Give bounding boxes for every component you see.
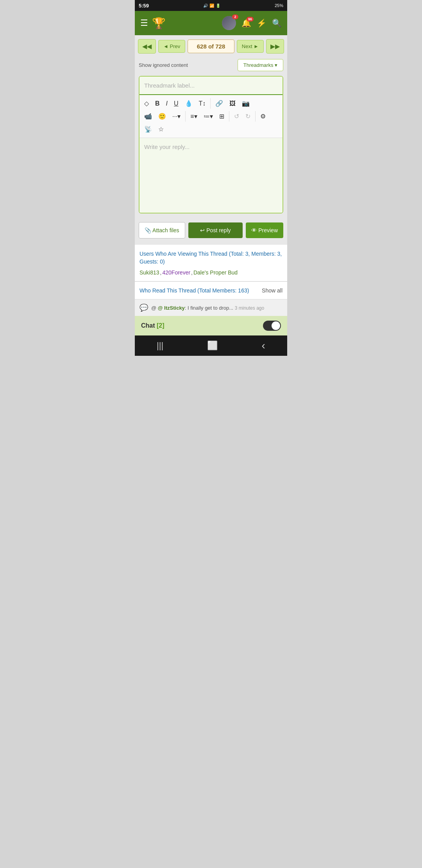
chat-notification: 💬 @ @ ItzSticky: I finally get to drop..… [135,299,287,316]
reply-area[interactable] [139,138,283,213]
font-size-button[interactable]: T↕ [196,98,209,109]
viewers-names: Suki813 , 420Forever , Dale's Proper Bud [139,269,283,276]
viewers-title: Users Who Are Viewing This Thread (Total… [139,250,283,265]
underline-button[interactable]: U [171,98,182,109]
viewer-name-2[interactable]: 420Forever [162,269,190,276]
status-bar: 5:59 🔊 📶 🔋 25% [135,0,287,11]
toolbar-row-1: ◇ B I U 💧 T↕ 🔗 🖼 📷 [141,97,281,109]
chat-toggle-button[interactable] [263,321,281,331]
action-row: 📎 Attach files ↩ Post reply 👁 Preview [135,218,287,245]
who-read-title: Who Read This Thread (Total Members: 163… [139,287,249,294]
viewer-name-3[interactable]: Dale's Proper Bud [193,269,238,276]
notifications-badge: 96 [247,17,254,22]
list-button[interactable]: ≔▾ [200,110,216,122]
next-page-button[interactable]: Next ► [237,40,264,53]
chat-label: Chat [2] [141,322,165,329]
pagination-bar: ◀◀ ◄ Prev 628 of 728 Next ► ▶▶ [135,35,287,57]
chat-time: 3 minutes ago [235,305,264,311]
toolbar-sep-1 [210,98,211,109]
editor-wrap: Threadmark label... ◇ B I U 💧 T↕ 🔗 🖼 📷 📹… [135,76,287,218]
bold-button[interactable]: B [152,98,163,109]
attach-files-button[interactable]: 📎 Attach files [139,222,185,239]
viewers-section: Users Who Are Viewing This Thread (Total… [135,245,287,281]
more-button[interactable]: ···▾ [169,110,184,122]
video-button[interactable]: 📹 [141,110,155,122]
toolbar-sep-2 [185,111,186,122]
lightning-icon[interactable]: ⚡ [257,18,266,28]
chat-at-symbol: @ [151,305,158,311]
image-button[interactable]: 🖼 [226,98,239,109]
toolbar-row-2: 📹 🙂 ···▾ ≡▾ ≔▾ ⊞ ↺ ↻ ⚙ [141,110,281,122]
undo-button[interactable]: ↺ [231,110,242,122]
status-time: 5:59 [139,3,149,9]
redo-button[interactable]: ↻ [242,110,254,122]
toolbar-sep-3 [229,111,229,122]
nav-right: 2 🔔 96 ⚡ 🔍 [222,16,282,30]
show-ignored-text: Show ignored content [139,62,188,68]
hamburger-icon[interactable]: ☰ [140,18,148,28]
settings-button[interactable]: ⚙ [257,110,269,122]
first-page-button[interactable]: ◀◀ [138,39,156,54]
prev-page-button[interactable]: ◄ Prev [158,40,185,53]
toolbar-sep-4 [255,111,256,122]
messages-badge: 2 [232,14,238,19]
current-page-indicator: 628 of 728 [188,39,234,53]
notifications-wrap[interactable]: 🔔 96 [241,18,251,28]
bottom-back-button[interactable]: ‹ [262,339,265,352]
bottom-home-button[interactable]: ⬜ [207,341,218,351]
reply-textarea[interactable] [144,143,278,206]
camera-button[interactable]: 📷 [239,97,253,109]
chat-username[interactable]: @ ItzSticky [158,305,185,311]
bottom-nav: ||| ⬜ ‹ [135,335,287,356]
emoji-button[interactable]: 🙂 [155,110,169,122]
status-icons: 🔊 📶 🔋 [203,4,220,8]
table-button[interactable]: ⊞ [216,110,227,122]
chat-text: @ @ ItzSticky: I finally get to drop... … [151,305,283,311]
align-button[interactable]: ≡▾ [187,110,200,122]
threadmarks-button[interactable]: Threadmarks ▾ [238,59,283,71]
threadmark-label-field[interactable]: Threadmark label... [139,77,283,95]
avatar-wrap[interactable]: 2 [222,16,236,30]
chat-message-preview: : I finally get to drop... [185,305,233,311]
rss-button[interactable]: 📡 [141,123,155,135]
nav-left: ☰ 🏆 [140,17,166,30]
who-read-section: Who Read This Thread (Total Members: 163… [135,282,287,299]
viewer-name-1[interactable]: Suki813 [139,269,159,276]
site-logo: 🏆 [152,17,166,30]
last-page-button[interactable]: ▶▶ [266,39,284,54]
link-button[interactable]: 🔗 [212,97,226,109]
nav-bar: ☰ 🏆 2 🔔 96 ⚡ 🔍 [135,11,287,35]
editor-toolbar: ◇ B I U 💧 T↕ 🔗 🖼 📷 📹 🙂 ···▾ ≡▾ ≔▾ ⊞ [139,95,283,138]
status-battery: 25% [275,3,283,8]
chat-bar: Chat [2] [135,316,287,335]
star-button[interactable]: ☆ [155,123,167,135]
toggle-knob [272,321,280,330]
show-all-button[interactable]: Show all [262,287,283,294]
post-reply-button[interactable]: ↩ Post reply [188,222,243,238]
eraser-button[interactable]: ◇ [141,97,152,109]
editor-container: Threadmark label... ◇ B I U 💧 T↕ 🔗 🖼 📷 📹… [139,76,283,213]
color-button[interactable]: 💧 [182,97,196,109]
italic-button[interactable]: I [163,98,171,109]
chat-bubble-icon: 💬 [139,303,148,312]
bottom-menu-button[interactable]: ||| [157,341,163,351]
show-ignored-row: Show ignored content Threadmarks ▾ [135,57,287,76]
preview-button[interactable]: 👁 Preview [246,222,283,238]
search-icon[interactable]: 🔍 [272,18,282,28]
toolbar-row-3: 📡 ☆ [141,123,281,135]
